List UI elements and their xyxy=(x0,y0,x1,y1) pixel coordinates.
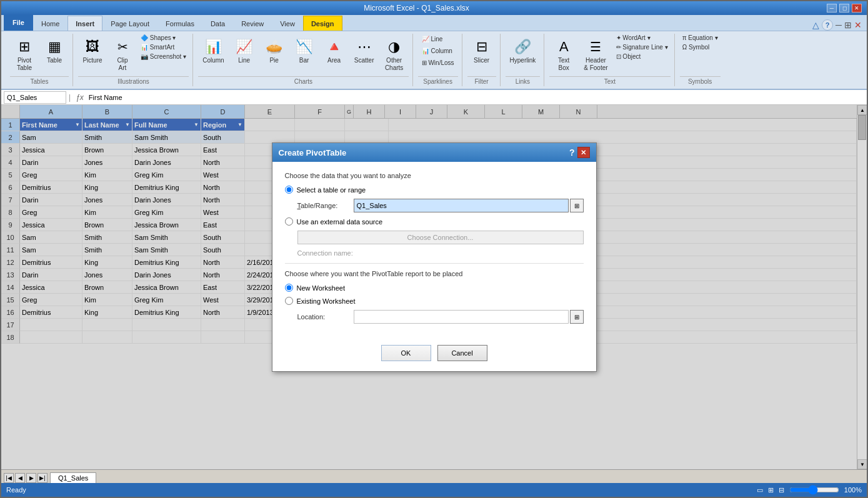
other-charts-button[interactable]: ◑ OtherCharts xyxy=(380,34,409,75)
zoom-slider[interactable] xyxy=(789,485,839,495)
tab-view[interactable]: View xyxy=(272,16,303,31)
dialog-title-controls: ? ✕ xyxy=(569,147,590,158)
clip-art-button[interactable]: ✂ ClipArt xyxy=(108,34,137,75)
ribbon-group-illustrations: 🖼 Picture ✂ ClipArt 🔷 Shapes ▾ 📊 SmartAr… xyxy=(74,34,193,86)
symbols-group-label: Symbols xyxy=(680,76,721,85)
sheet-tab-q1-sales[interactable]: Q1_Sales xyxy=(50,472,96,483)
table-label: Table xyxy=(47,57,62,64)
sheet-first-button[interactable]: |◀ xyxy=(4,473,14,483)
radio-row-existing-worksheet: Existing Worksheet xyxy=(285,297,584,305)
location-browse-button[interactable]: ⊞ xyxy=(570,310,584,324)
equation-button[interactable]: π Equation ▾ xyxy=(680,34,721,42)
close-ribbon-button[interactable]: ✕ xyxy=(854,20,862,30)
scatter-chart-button[interactable]: ⋯ Scatter xyxy=(350,34,379,67)
tab-formulas[interactable]: Formulas xyxy=(157,16,202,31)
sparklines-btns: 📈 Line 📊 Column ⊞ Win/Loss xyxy=(418,34,458,68)
pivot-table-label: PivotTable xyxy=(17,57,32,72)
object-button[interactable]: ⊡ Object xyxy=(614,52,671,61)
cancel-button[interactable]: Cancel xyxy=(437,345,487,361)
help-button[interactable]: ? xyxy=(822,19,833,31)
restore-button[interactable]: ◻ xyxy=(839,4,849,12)
column-chart-icon: 📊 xyxy=(203,37,223,57)
shapes-button[interactable]: 🔷 Shapes ▾ xyxy=(138,34,189,42)
filter-group-items: ⊟ Slicer xyxy=(467,34,496,75)
ok-button[interactable]: OK xyxy=(381,345,431,361)
tables-group-items: ⊞ PivotTable ▦ Table xyxy=(10,34,69,75)
dialog-footer: OK Cancel xyxy=(272,339,596,371)
location-input[interactable] xyxy=(354,310,569,324)
radio-row-external: Use an external data source xyxy=(285,217,584,226)
tab-insert[interactable]: Insert xyxy=(67,16,102,31)
section-divider xyxy=(285,263,584,264)
create-pivot-table-dialog: Create PivotTable ? ✕ Choose the data th… xyxy=(272,142,597,372)
signature-line-button[interactable]: ✏ Signature Line ▾ xyxy=(614,43,671,51)
tab-design[interactable]: Design xyxy=(303,16,342,31)
radio-external-source[interactable] xyxy=(285,217,293,226)
textbox-button[interactable]: A TextBox xyxy=(549,34,578,75)
table-range-browse-button[interactable]: ⊞ xyxy=(570,199,584,212)
slicer-label: Slicer xyxy=(474,57,489,64)
dialog-help-button[interactable]: ? xyxy=(569,147,575,157)
radio-existing-worksheet[interactable] xyxy=(285,297,293,305)
tab-review[interactable]: Review xyxy=(233,16,272,31)
hyperlink-icon: 🔗 xyxy=(512,37,532,57)
smartart-button[interactable]: 📊 SmartArt xyxy=(138,43,189,51)
restore-ribbon-button[interactable]: ⊞ xyxy=(844,20,852,30)
tab-home[interactable]: Home xyxy=(33,16,67,31)
name-box[interactable] xyxy=(4,91,66,104)
screenshot-button[interactable]: 📷 Screenshot ▾ xyxy=(138,52,189,61)
dialog-title-bar: Create PivotTable ? ✕ xyxy=(272,143,596,162)
charts-group-label: Charts xyxy=(198,76,408,85)
area-chart-button[interactable]: 🔺 Area xyxy=(320,34,349,67)
tables-group-label: Tables xyxy=(10,76,69,85)
slicer-icon: ⊟ xyxy=(472,37,492,57)
symbol-button[interactable]: Ω Symbol xyxy=(680,43,721,51)
sheet-last-button[interactable]: ▶| xyxy=(37,473,47,483)
minimize-button[interactable]: ─ xyxy=(827,4,837,12)
tab-file[interactable]: File xyxy=(4,14,33,31)
radio-new-worksheet[interactable] xyxy=(285,284,293,292)
slicer-button[interactable]: ⊟ Slicer xyxy=(467,34,496,67)
radio-select-table[interactable] xyxy=(285,186,293,194)
minimize-ribbon-button[interactable]: ─ xyxy=(836,20,842,30)
picture-button[interactable]: 🖼 Picture xyxy=(78,34,107,67)
sparkline-column-button[interactable]: 📊 Column xyxy=(418,46,458,56)
formula-input[interactable] xyxy=(89,94,864,101)
hyperlink-button[interactable]: 🔗 Hyperlink xyxy=(506,34,541,67)
dialog-body: Choose the data that you want to analyze… xyxy=(272,162,596,339)
status-text: Ready xyxy=(6,486,26,494)
pivot-table-button[interactable]: ⊞ PivotTable xyxy=(10,34,39,75)
table-button[interactable]: ▦ Table xyxy=(40,34,69,67)
tab-page-layout[interactable]: Page Layout xyxy=(102,16,157,31)
sparklines-group-items: 📈 Line 📊 Column ⊞ Win/Loss xyxy=(418,34,458,75)
sparkline-line-button[interactable]: 📈 Line xyxy=(418,34,458,44)
sparkline-winloss-button[interactable]: ⊞ Win/Loss xyxy=(418,57,458,68)
column-chart-button[interactable]: 📊 Column xyxy=(198,34,228,67)
status-bar: Ready ▭ ⊞ ⊟ 100% xyxy=(1,483,867,497)
normal-view-button[interactable]: ▭ xyxy=(757,486,763,494)
wordart-button[interactable]: ✦ WordArt ▾ xyxy=(614,34,671,42)
bar-chart-button[interactable]: 📉 Bar xyxy=(290,34,319,67)
page-break-button[interactable]: ⊟ xyxy=(779,486,784,494)
help-icon[interactable]: △ xyxy=(812,20,819,30)
dialog-close-button[interactable]: ✕ xyxy=(577,147,590,158)
other-charts-icon: ◑ xyxy=(384,37,404,57)
table-icon: ▦ xyxy=(44,37,64,57)
line-chart-button[interactable]: 📈 Line xyxy=(230,34,259,67)
table-range-input[interactable] xyxy=(354,199,569,212)
layout-view-button[interactable]: ⊞ xyxy=(768,486,774,494)
close-button[interactable]: ✕ xyxy=(852,4,862,12)
tab-data[interactable]: Data xyxy=(202,16,233,31)
radio-row-select-table: Select a table or range xyxy=(285,186,584,194)
pie-chart-label: Pie xyxy=(269,57,278,64)
pivot-table-icon: ⊞ xyxy=(14,37,34,57)
pie-chart-button[interactable]: 🥧 Pie xyxy=(260,34,289,67)
symbols-group-items: π Equation ▾ Ω Symbol xyxy=(680,34,721,75)
textbox-label: TextBox xyxy=(558,57,569,72)
header-footer-button[interactable]: ☰ Header& Footer xyxy=(579,34,612,75)
sheet-prev-button[interactable]: ◀ xyxy=(15,473,25,483)
choose-connection-button[interactable]: Choose Connection... xyxy=(297,231,584,244)
area-chart-icon: 🔺 xyxy=(324,37,344,57)
sheet-next-button[interactable]: ▶ xyxy=(26,473,36,483)
zoom-level: 100% xyxy=(844,486,862,494)
